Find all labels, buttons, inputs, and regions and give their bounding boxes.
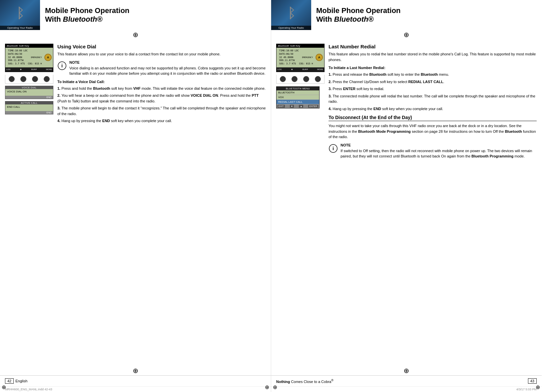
- page-num-box-right: 43: [528, 378, 537, 384]
- reg-mark-br-right: ⊕: [536, 384, 540, 390]
- center-cross-bottom-right: ⊕: [271, 367, 542, 375]
- radio-circle-btn-8: [315, 76, 321, 82]
- right-header: Operating Your Radio Mobile Phone Operat…: [271, 0, 542, 30]
- center-cross-bottom-left: ⊕: [0, 367, 271, 375]
- left-section-title: Using Voice Dial: [57, 44, 266, 49]
- right-content: Bluetooth Soft Key TIME:10:00 LOC DATE:0…: [271, 39, 542, 208]
- radio-circle-btn-5: [280, 76, 286, 82]
- note-text-right: If switched to Off setting, then the rad…: [341, 148, 537, 159]
- step-4-left: 4. Hang up by pressing the END soft key …: [57, 118, 266, 124]
- radio-circle-btn-2: [20, 76, 26, 82]
- bottom-bar-left: 42 English: [0, 375, 271, 386]
- radio-label-1: Bluetooth Soft Key: [5, 44, 53, 48]
- steps-list-left: 1. Press and hold the Bluetooth soft key…: [57, 86, 266, 124]
- right-header-text: Mobile Phone Operation With Bluetooth®: [311, 0, 542, 30]
- bluetooth-icon-left: [13, 6, 27, 20]
- radio-circle-btn-4: [44, 76, 50, 82]
- right-section-title: Last Number Redial: [329, 44, 537, 49]
- right-radio-column: Bluetooth Soft Key TIME:10:00 LOC DATE:0…: [276, 44, 325, 203]
- right-section-intro: This feature allows you to redial the la…: [329, 51, 537, 62]
- bt-menu-panel: BLUETOOTH MENU BLUETOOTH VOX REDIAL LAST…: [276, 86, 320, 108]
- initiate-step-2: 2. Press the Channel Up/Down soft key to…: [329, 79, 537, 85]
- initiate-step-1: 1. Press and release the Bluetooth soft …: [329, 72, 537, 77]
- reg-mark-bl-right: ⊕: [273, 384, 277, 390]
- left-header-image: Operating Your Radio: [0, 0, 40, 30]
- radio-circles-2: [276, 75, 325, 84]
- bt-menu-title: BLUETOOTH MENU: [277, 87, 319, 90]
- left-page: ⊕ ⊕ Operating Your Radio Mobile Phone Op…: [0, 0, 271, 392]
- bt-enter-btn[interactable]: ENTER: [308, 105, 318, 108]
- left-header-text: Mobile Phone Operation With Bluetooth®: [40, 0, 271, 30]
- active-call-title: ACTIVE CALL: [5, 101, 53, 104]
- full-page: ⊕ ⊕ Operating Your Radio Mobile Phone Op…: [0, 0, 542, 392]
- initiate-title-right: To Initiate a Last Number Redial:: [329, 66, 537, 70]
- disconnect-title: To Disconnect (At the End of the Day): [329, 115, 537, 121]
- left-section-intro: This feature allows you to use your voic…: [57, 51, 266, 57]
- bt-exit-btn[interactable]: EXIT: [278, 105, 285, 108]
- initiate-step-3a: 3. Press ENTER soft key to redial.: [329, 86, 537, 92]
- left-radio-column: Bluetooth Soft Key TIME:10:00 LOC DATE:0…: [5, 44, 53, 203]
- note-title-left: NOTE: [69, 60, 266, 64]
- left-header: Operating Your Radio Mobile Phone Operat…: [0, 0, 271, 30]
- bt-up-btn[interactable]: ▲: [299, 105, 303, 108]
- page-number-left: 42 English: [5, 378, 27, 384]
- radio-label-2: Bluetooth Soft Key: [277, 44, 324, 48]
- right-text-column: Last Number Redial This feature allows y…: [329, 44, 537, 203]
- center-cross-top-right: ⊕: [271, 31, 542, 39]
- step-2-left: 2. You will hear a beep or audio command…: [57, 93, 266, 104]
- step-1-left: 1. Press and hold the Bluetooth soft key…: [57, 86, 266, 91]
- right-header-label: Operating Your Radio: [271, 26, 311, 30]
- voice-dial-panel: VOICE DIAL VOICE DIAL ON END: [5, 86, 53, 99]
- active-call-footer: END: [5, 111, 53, 114]
- disconnect-text: You might not want to take your calls th…: [329, 123, 537, 140]
- right-page-title: Mobile Phone Operation With Bluetooth®: [316, 6, 537, 24]
- radio-buttons-2: LOG ✦ BURP MORE: [277, 67, 324, 72]
- radio-circle-btn-6: [292, 76, 298, 82]
- radio-screen-2: TIME:10:00 LOC DATE:06/30 32 49.800NEMER…: [278, 48, 314, 67]
- note-content-left: NOTE Voice dialing is an advanced functi…: [69, 60, 266, 76]
- left-text-column: Using Voice Dial This feature allows you…: [57, 44, 266, 203]
- bt-down-btn[interactable]: ▼: [290, 105, 294, 108]
- radio-screen-1: TIME:10:00 LOC DATE:06/30 32 49.800NEMER…: [7, 48, 43, 67]
- right-header-image: Operating Your Radio: [271, 0, 311, 30]
- bluetooth-icon-right: [285, 6, 298, 20]
- initiate-step-3b: 3. The connected mobile phone will redia…: [329, 93, 537, 104]
- radio-circles-1: [5, 75, 53, 84]
- bt-menu-item-1: VOX: [277, 95, 319, 100]
- initiate-step-4: 4. Hang up by pressing the END soft key …: [329, 106, 537, 112]
- note-icon-right: i: [329, 144, 338, 153]
- voice-dial-content: VOICE DIAL ON: [5, 89, 53, 96]
- voice-dial-title: VOICE DIAL: [5, 86, 53, 89]
- bt-menu-item-2: REDIAL LAST CALL: [277, 100, 319, 104]
- note-icon-left: i: [57, 61, 67, 70]
- right-page: ⊕ ⊕ Operating Your Radio Mobile Phone Op…: [271, 0, 542, 392]
- radio-buttons-1: LOG ✦ BURP MORE: [5, 67, 53, 72]
- radio-circle-btn-7: [303, 76, 309, 82]
- page-num-box-left: 42: [5, 378, 14, 384]
- step-3-left: 3. The mobile phone will begin to dial t…: [57, 105, 266, 116]
- file-info-right: 4/3/17 5:03 PM: [271, 386, 542, 392]
- reg-mark-br-left: ⊕: [265, 384, 269, 390]
- file-info-left: MRHH600_ENG_MANL.indd 42-43: [0, 386, 271, 392]
- initiate-steps-right: 1. Press and release the Bluetooth soft …: [329, 72, 537, 111]
- note-title-right: NOTE: [341, 143, 537, 147]
- note-text-left: Voice dialing is an advanced function an…: [69, 65, 266, 76]
- center-cross-top-left: ⊕: [0, 31, 271, 39]
- left-header-label: Operating Your Radio: [0, 26, 40, 30]
- voice-dial-footer: END: [5, 96, 53, 99]
- page-number-right: 43: [528, 378, 537, 384]
- active-call-content: END CALL: [5, 104, 53, 111]
- note-box-right: i NOTE If switched to Off setting, then …: [329, 143, 537, 159]
- brand-text-right: Nothing Comes Close to a Cobra®: [276, 379, 334, 384]
- reg-mark-bl: ⊕: [2, 384, 6, 390]
- svg-text:i: i: [61, 63, 63, 68]
- left-content: Bluetooth Soft Key TIME:10:00 LOC DATE:0…: [0, 39, 271, 208]
- radio-display-2: Bluetooth Soft Key TIME:10:00 LOC DATE:0…: [276, 44, 325, 72]
- bt-menu-item-0: BLUETOOTH: [277, 90, 319, 95]
- radio-circle-btn-1: [9, 76, 15, 82]
- note-box-left: i NOTE Voice dialing is an advanced func…: [57, 60, 266, 76]
- left-page-title: Mobile Phone Operation With Bluetooth®: [45, 6, 266, 24]
- bt-menu-footer: EXIT ▼ ▲ ENTER: [277, 104, 319, 108]
- bottom-bar-right: Nothing Comes Close to a Cobra® 43: [271, 375, 542, 386]
- active-call-panel: ACTIVE CALL END CALL END: [5, 101, 53, 114]
